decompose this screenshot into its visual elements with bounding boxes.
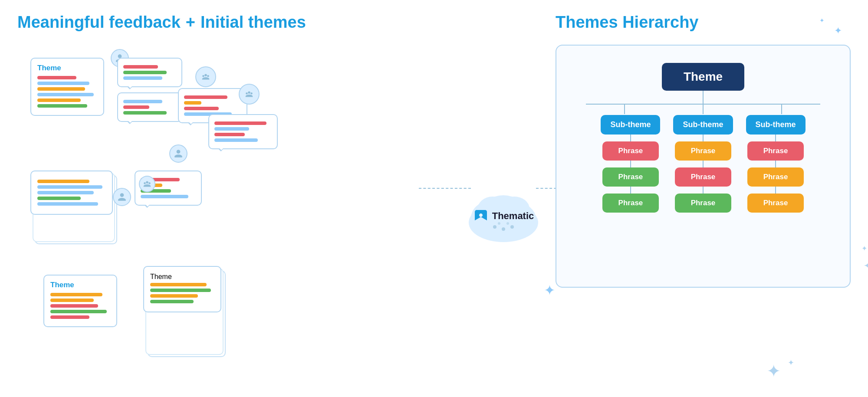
subtheme-box-2: Sub-theme	[673, 115, 733, 135]
line	[50, 293, 102, 296]
subtheme-col-2: Sub-theme Phrase Phrase Phrase	[673, 115, 733, 213]
line	[37, 202, 98, 206]
line	[37, 82, 89, 85]
line	[150, 294, 198, 298]
line	[214, 138, 258, 142]
line	[214, 121, 266, 125]
left-section: Meaningful feedback + Initial themes The…	[17, 13, 460, 384]
phrase-box-2-1: Phrase	[675, 141, 731, 161]
line	[37, 180, 89, 183]
sparkle-top-right: ✦	[834, 26, 842, 36]
svg-point-17	[510, 225, 514, 229]
subthemes-row: Sub-theme Phrase Phrase Phrase Sub-theme…	[601, 115, 805, 213]
line	[123, 105, 149, 109]
line	[50, 299, 94, 302]
sparkle-br2: ✦	[861, 245, 867, 252]
connector	[703, 135, 704, 141]
avatar-6	[139, 176, 155, 192]
thematic-cloud: Thematic	[464, 188, 542, 244]
svg-point-15	[493, 225, 496, 229]
subtheme-col-3: Sub-theme Phrase Phrase Phrase	[746, 115, 806, 213]
svg-point-16	[502, 227, 505, 231]
line	[141, 195, 188, 198]
svg-point-5	[250, 92, 253, 95]
subtheme-box-1: Sub-theme	[601, 115, 660, 135]
line	[150, 283, 207, 286]
line	[150, 300, 194, 303]
doc-card-2: Theme	[43, 275, 117, 327]
phrase-box-2-2: Phrase	[675, 167, 731, 187]
brand-name: Thematic	[492, 210, 534, 222]
line	[214, 127, 249, 131]
line	[123, 100, 162, 103]
right-section: Themes Hierarchy ✦ ✦ ✦ ✦ Theme	[547, 13, 851, 384]
line	[37, 87, 85, 91]
stacked-cards-1	[30, 171, 113, 240]
svg-point-0	[204, 74, 207, 77]
sparkle-bottom1: ✦	[766, 362, 781, 380]
line	[37, 197, 81, 200]
line	[184, 101, 201, 105]
phrase-box-1-1: Phrase	[602, 141, 659, 161]
avatar-4	[239, 84, 260, 105]
cloud-container: Thematic	[464, 188, 542, 244]
svg-point-1	[202, 75, 204, 77]
doc-card-1: Theme	[30, 58, 104, 116]
line	[37, 104, 87, 108]
line	[214, 133, 245, 136]
line	[50, 310, 107, 313]
phrase-box-3-3: Phrase	[747, 194, 804, 213]
tree: Theme Sub-theme	[569, 63, 837, 213]
connector	[775, 187, 776, 194]
left-title-text2: Initial themes	[201, 13, 306, 32]
svg-point-2	[207, 75, 209, 77]
line	[37, 93, 94, 96]
left-title: Meaningful feedback + Initial themes	[17, 13, 460, 32]
left-title-text1: Meaningful feedback	[17, 13, 181, 32]
line	[184, 107, 219, 110]
sparkle-bottom2: ✦	[788, 359, 794, 367]
brand-container: Thematic	[473, 208, 534, 224]
svg-point-8	[148, 182, 151, 184]
line	[123, 65, 158, 69]
right-title: Themes Hierarchy	[556, 13, 851, 32]
connector	[630, 161, 631, 167]
documents-area: Theme	[30, 45, 299, 370]
line	[37, 98, 81, 102]
svg-point-4	[246, 92, 248, 95]
connector	[775, 135, 776, 141]
line	[150, 289, 211, 292]
subtheme-col-1: Sub-theme Phrase Phrase Phrase	[601, 115, 660, 213]
phrase-box-1-3: Phrase	[602, 194, 659, 213]
connector-v-root	[703, 91, 704, 104]
avatar-5	[113, 188, 131, 206]
svg-point-3	[248, 92, 250, 94]
line	[37, 185, 102, 189]
phrase-box-1-2: Phrase	[602, 167, 659, 187]
thematic-logo-icon	[473, 208, 489, 224]
sparkle-top-right2: ✦	[819, 17, 825, 23]
connector	[703, 187, 704, 194]
connector-v-sub3	[781, 104, 782, 114]
line	[184, 95, 227, 99]
avatar-2	[195, 66, 216, 87]
line	[123, 111, 167, 115]
svg-point-6	[146, 181, 148, 184]
bubble-card-2	[117, 92, 182, 122]
stacked-cards-2: Theme	[143, 266, 221, 353]
phrase-box-3-1: Phrase	[747, 141, 804, 161]
line	[37, 76, 76, 79]
connector	[703, 161, 704, 167]
phrase-box-2-3: Phrase	[675, 194, 731, 213]
line	[123, 76, 162, 80]
theme-label-1: Theme	[37, 64, 97, 72]
connector-h-bar	[586, 104, 820, 105]
bubble-card-1	[117, 58, 182, 87]
connector	[775, 161, 776, 167]
sparkle-center: ✦	[544, 283, 556, 297]
sparkle-br: ✦	[863, 258, 868, 274]
tree-root: Theme	[662, 63, 744, 91]
svg-point-7	[144, 182, 146, 184]
hierarchy-container: ✦ ✦ Theme	[556, 45, 851, 288]
plus-symbol: +	[186, 13, 195, 32]
